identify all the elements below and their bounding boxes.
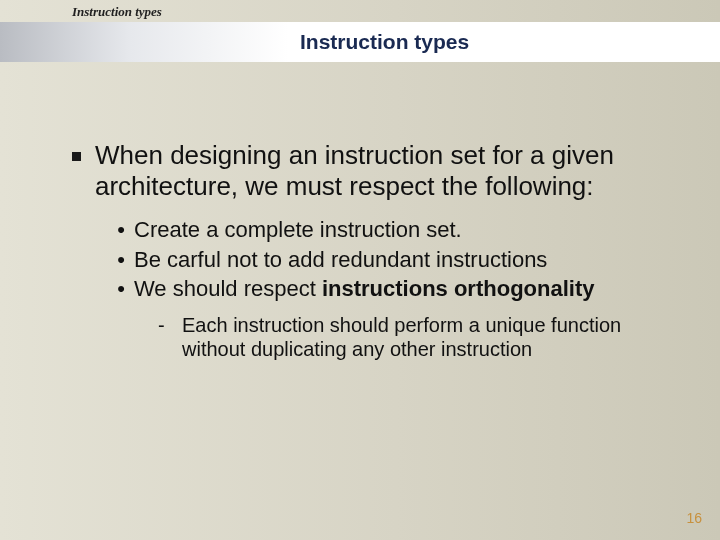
sub-point-text: Create a complete instruction set. [134, 216, 462, 244]
title-bar: Instruction types [0, 22, 720, 62]
sub-bullet-group: • Create a complete instruction set. • B… [110, 216, 680, 361]
sub-point-text: Be carful not to add redundant instructi… [134, 246, 547, 274]
page-number: 16 [686, 510, 702, 526]
dot-bullet-icon: • [110, 275, 132, 303]
square-bullet-icon [72, 152, 81, 161]
dot-bullet-icon: • [110, 216, 132, 244]
main-point-text: When designing an instruction set for a … [95, 140, 680, 202]
detail-bullet-group: - Each instruction should perform a uniq… [158, 313, 680, 362]
sub-point-bold: instructions orthogonality [322, 276, 595, 301]
bullet-level3: - Each instruction should perform a uniq… [158, 313, 680, 362]
bullet-level2: • Create a complete instruction set. [110, 216, 680, 244]
sub-point-text: We should respect instructions orthogona… [134, 275, 594, 303]
bullet-level1: When designing an instruction set for a … [72, 140, 680, 202]
sub-point-prefix: We should respect [134, 276, 322, 301]
detail-text: Each instruction should perform a unique… [182, 313, 680, 362]
header-section-label: Instruction types [72, 4, 162, 20]
bullet-level2: • Be carful not to add redundant instruc… [110, 246, 680, 274]
slide-title: Instruction types [300, 30, 469, 54]
dot-bullet-icon: • [110, 246, 132, 274]
bullet-level2: • We should respect instructions orthogo… [110, 275, 680, 303]
slide-content: When designing an instruction set for a … [72, 140, 680, 362]
dash-bullet-icon: - [158, 313, 176, 337]
